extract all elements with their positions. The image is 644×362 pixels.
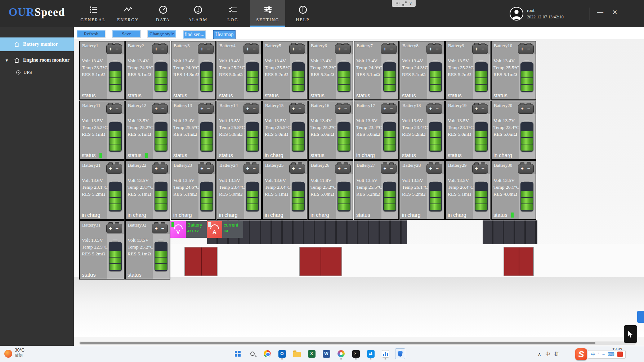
user-block[interactable]: root 2022-12-07 13:42:10 [510, 7, 564, 21]
outlook-app[interactable]: O [277, 348, 287, 359]
minimize-button[interactable]: — [597, 9, 603, 16]
ourspeed-taskbar-app[interactable] [395, 348, 405, 359]
battery-terminals-icon: + − [152, 224, 168, 233]
battery-card[interactable]: Battery21 + − Volt 13.6V Temp 23.1°C RES… [79, 160, 125, 220]
battery-card[interactable]: Battery29 + − Volt 13.5V Temp 26.4°C RES… [445, 160, 491, 220]
tab-setting[interactable]: SETTING [250, 0, 285, 27]
terminal-app[interactable]: >_ [351, 348, 361, 359]
tab-data[interactable]: DATA [146, 0, 180, 27]
battery-card[interactable]: Battery25 + − Volt 13.6V Temp 23.4°C RES… [262, 160, 308, 220]
expand-icon[interactable] [402, 1, 407, 6]
battery-card[interactable]: Battery17 + − Volt 13.6V Temp 23.4°C RES… [354, 100, 399, 160]
sidebar-item-engine-room-monitor[interactable]: ▾ Engine room monitor [0, 53, 74, 67]
sogou-wave-icon[interactable]: ~ [602, 352, 605, 357]
battery-terminals-icon: + − [152, 164, 168, 174]
battery-temp-line: Temp 25.5°C [265, 64, 291, 71]
battery-temp-line: Temp 24.9°C [356, 64, 382, 71]
battery-card[interactable]: Battery26 + − Volt 11.8V Temp 25.2°C RES… [308, 160, 353, 220]
battery-card[interactable]: Battery19 + − Volt 13.5V Temp 23.1°C RES… [445, 100, 491, 160]
battery-card[interactable]: Battery9 + − Volt 13.5V Temp 25.2°C RES … [445, 41, 491, 100]
battery-card[interactable]: Battery27 + − Volt 13.5V Temp 25.5°C RES… [354, 160, 399, 220]
battery-card[interactable]: Battery20 + − Volt 13.7V Temp 23.4°C RES… [491, 100, 536, 160]
horizontal-scrollbar[interactable] [79, 341, 636, 345]
battery-card[interactable]: Battery31 + − Volt 13.5V Temp 22.5°C RES… [79, 220, 125, 280]
sogou-input-bar[interactable]: S 中 ' ~ ⌨ [575, 348, 626, 360]
battery-card[interactable]: Battery13 + − Volt 13.4V Temp 25.5°C RES… [171, 100, 216, 160]
tray-ime-indicator[interactable]: 拼 [555, 351, 559, 357]
battery-card[interactable]: Battery5 + − Volt 13.4V Temp 25.5°C RES … [262, 41, 308, 100]
tab-help[interactable]: HELP [285, 0, 320, 27]
battery-name: Battery17 [357, 103, 375, 108]
search-button[interactable] [247, 348, 258, 359]
tab-alarm[interactable]: ALARM [180, 0, 215, 27]
caret-down-icon[interactable]: ▾ [6, 58, 8, 63]
start-button[interactable] [233, 348, 243, 359]
heatmap-button[interactable]: Heatmap [213, 30, 236, 39]
voltmeter-icon[interactable]: V [170, 221, 186, 238]
battery-card[interactable]: Battery4 + − Volt 13.4V Temp 25.2°C RES … [216, 41, 262, 100]
monitor-app[interactable] [380, 348, 390, 359]
sogou-lang-icon[interactable]: 中 [591, 351, 595, 358]
tray-caret[interactable]: ∧ [538, 352, 541, 357]
change-style-button[interactable]: Change style [147, 30, 176, 38]
battery-card[interactable]: Battery22 + − Volt 13.5V Temp 23.7°C RES… [125, 160, 170, 220]
battery-temp-line: Temp 25.5°C [356, 184, 382, 191]
battery-card[interactable]: Battery28 + − Volt 13.5V Temp 26.1°C RES… [399, 160, 445, 220]
battery-card[interactable]: Battery15 + − Volt 13.5V Temp 25.5°C RES… [262, 100, 308, 160]
close-button[interactable]: ✕ [612, 9, 617, 16]
battery-card[interactable]: Battery6 + − Volt 13.4V Temp 25.2°C RES … [308, 41, 353, 100]
battery-card[interactable]: Battery11 + − Volt 13.5V Temp 25.2°C RES… [79, 100, 125, 160]
file-explorer-app[interactable] [292, 348, 302, 359]
battery-card[interactable]: Battery16 + − Volt 13.4V Temp 25.2°C RES… [308, 100, 353, 160]
battery-name: Battery31 [82, 222, 100, 228]
sidebar-item-ups[interactable]: UPS [0, 67, 74, 78]
battery-volt-line: Volt 13.4V [493, 57, 519, 64]
battery-card[interactable]: Battery10 + − Volt 13.4V Temp 25.5°C RES… [491, 41, 536, 100]
battery-card[interactable]: Battery14 + − Volt 13.5V Temp 25.8°C RES… [216, 100, 262, 160]
battery-card[interactable]: Battery18 + − Volt 13.6V Temp 23.4°C RES… [399, 100, 445, 160]
ammeter-icon[interactable]: A [207, 221, 222, 238]
battery-terminals-icon: + − [518, 164, 534, 174]
tab-general[interactable]: GENERAL [76, 0, 111, 27]
battery-card[interactable]: Battery23 + − Volt 13.5V Temp 24.6°C RES… [171, 160, 216, 220]
battery-card[interactable]: Battery8 + − Volt 13.4V Temp 24.3°C RES … [399, 41, 445, 100]
battery-card[interactable]: Battery1 + − Volt 13.4V Temp 23.7°C RES … [79, 41, 125, 100]
battery-card[interactable]: Battery2 + − Volt 13.4V Temp 24.9°C RES … [125, 41, 170, 100]
battery-name: Battery3 [174, 43, 190, 49]
battery-card[interactable]: Battery32 + − Volt 13.5V Temp 25.2°C RES… [125, 220, 170, 280]
battery-card[interactable]: Battery24 + − Volt 13.5V Temp 23.4°C RES… [216, 160, 262, 220]
chrome-app[interactable] [262, 348, 272, 359]
battery-card[interactable]: Battery3 + − Volt 13.4V Temp 24.9°C RES … [171, 41, 216, 100]
battery-status: status [219, 152, 233, 158]
sidebar-item-battery-monitor[interactable]: Battery monitor [0, 37, 74, 51]
weather-widget[interactable]: 30°C 晴朗 [4, 348, 24, 358]
floating-window-toolbar[interactable]: ∨ [392, 0, 416, 7]
word-app[interactable]: W [321, 348, 331, 359]
remote-cursor-button[interactable] [624, 325, 637, 343]
home-icon [14, 57, 20, 63]
refresh-button[interactable]: Refresh [77, 30, 106, 38]
battery-temp-line: Temp 23.4°C [356, 124, 382, 131]
battery-card[interactable]: Battery7 + − Volt 13.4V Temp 24.9°C RES … [354, 41, 399, 100]
edge-panel-icon[interactable] [637, 311, 644, 323]
sogou-punct-icon[interactable]: ' [598, 352, 599, 357]
grid-icon[interactable] [395, 1, 400, 6]
sogou-profile-icon[interactable] [617, 352, 623, 357]
find-sensor-button[interactable]: find sen... [183, 30, 206, 39]
battery-card[interactable]: Battery30 + − Volt 13.5V Temp 26.1°C RES… [491, 160, 536, 220]
chevron-down-icon[interactable]: ∨ [409, 1, 412, 5]
sogou-logo-icon[interactable]: S [575, 348, 587, 360]
excel-app[interactable]: X [307, 348, 317, 359]
tray-lang-indicator[interactable]: 中 [546, 351, 550, 357]
tab-log[interactable]: LOG [215, 0, 250, 27]
sogou-keyboard-icon[interactable]: ⌨ [608, 352, 614, 357]
battery-temp-line: Temp 23.1°C [448, 124, 474, 131]
color-app[interactable] [336, 348, 346, 359]
battery-grid: Battery1 + − Volt 13.4V Temp 23.7°C RES … [79, 41, 537, 280]
battery-values: Volt 11.8V Temp 25.2°C RES 5.0mΩ [310, 177, 336, 197]
scrollbar-thumb[interactable] [80, 342, 595, 344]
tab-energy[interactable]: ENERGY [111, 0, 146, 27]
save-button[interactable]: Save [112, 30, 141, 38]
teamviewer-app[interactable]: ⇄ [366, 348, 376, 359]
battery-card[interactable]: Battery12 + − Volt 13.5V Temp 25.2°C RES… [125, 100, 170, 160]
